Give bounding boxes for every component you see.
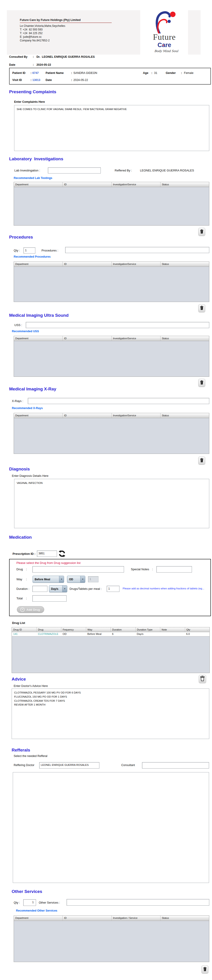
cell-qty: 6.0 <box>185 632 209 636</box>
consulted-by-colon: : <box>33 55 34 59</box>
drug-input[interactable] <box>32 566 124 573</box>
way-select-value: Before Meal <box>33 578 59 581</box>
section-title-uss: Medical Imaging Ultra Sound <box>9 313 69 318</box>
procedures-qty-input[interactable]: 1 <box>24 247 35 253</box>
col-id: ID <box>63 182 111 187</box>
reffered-by-value: LEONEL ENRIQUE GUERRA ROSALES <box>140 169 194 172</box>
cell-drug-id: 141 <box>12 632 37 636</box>
trash-icon <box>200 380 204 386</box>
col-note: Note <box>160 627 185 632</box>
complaints-label: Enter Complaints Here <box>14 100 45 103</box>
col-department: Department <box>14 916 63 921</box>
uss-input[interactable] <box>26 322 209 328</box>
diagnosis-label: Enter Diagnosis Details Here <box>12 474 48 477</box>
col-status: Status <box>161 336 209 341</box>
recommended-other-link[interactable]: Recommended Other Services <box>16 909 57 912</box>
advice-textarea[interactable]: CLOTRIMAZOL PESSARY 100 MG PV OD FOR 6 D… <box>11 689 209 739</box>
procedures-qty-label: Qty : <box>14 249 20 252</box>
other-table-body[interactable] <box>14 921 209 962</box>
gender-value: Female <box>184 72 194 75</box>
xray-delete-button[interactable] <box>198 457 205 465</box>
logo-heart-icon: ♥ <box>162 44 164 47</box>
uss-delete-button[interactable] <box>198 379 205 387</box>
other-qty-input[interactable]: 1 <box>23 899 36 906</box>
lab-table-header: Department ID Investigation/Service Stat… <box>14 182 209 187</box>
drug-table-row[interactable]: 141 CLOTRIMAZOLE OD Before Meal 6 Day/s … <box>12 632 209 636</box>
consultant-input[interactable] <box>142 762 209 768</box>
reffering-doctor-input[interactable]: LEONEL ENRIQUE GUERRA ROSALES <box>39 762 100 768</box>
per-meal-input[interactable]: 1 <box>107 586 119 592</box>
drug-label: Drug <box>16 568 23 571</box>
procedures-delete-button[interactable] <box>198 304 205 312</box>
company-name: Future Care by Future Holdings (Pty) Lim… <box>20 18 81 22</box>
frequency-select[interactable]: OD ▼ <box>67 576 85 583</box>
section-title-medication: Medication <box>9 535 32 540</box>
procedures-input[interactable] <box>65 247 209 253</box>
patient-date-value: 2024-05-22 <box>74 78 88 82</box>
visit-date-colon: : <box>33 63 34 67</box>
recommended-lab-link[interactable]: Recommended Lab Testings <box>14 177 52 180</box>
frequency-select-value: OD <box>67 578 80 581</box>
col-service: Investigation/Service <box>112 182 161 187</box>
col-service: Investigation/Service <box>112 262 161 266</box>
col-department: Department <box>14 182 63 187</box>
add-drug-button[interactable]: + Add Drug <box>17 606 44 613</box>
complaints-textarea[interactable]: SHE COMES TO CLINIC FOR VAGINAL SWAB RES… <box>14 105 209 151</box>
special-notes-input[interactable] <box>156 566 192 573</box>
duration-type-select[interactable]: Day/s ▼ <box>49 585 67 592</box>
col-department: Department <box>14 413 63 418</box>
refferal-hint-label: Select the needed Refferal <box>14 754 47 757</box>
recommended-procedures-link[interactable]: Recommended Procedures <box>14 255 51 258</box>
way-colon: : <box>26 578 27 581</box>
lab-delete-button[interactable] <box>198 228 205 236</box>
chevron-down-icon: ▼ <box>80 576 85 582</box>
duration-label: Duration : <box>16 587 29 590</box>
diagnosis-textarea[interactable]: VAGINAL INFECTION <box>14 479 209 528</box>
other-services-input[interactable] <box>67 899 209 906</box>
company-address: Le Chainter,Victoria,Mahe,Seychelles <box>20 24 65 28</box>
chevron-down-icon: ▼ <box>62 585 67 592</box>
trash-outline-icon <box>200 676 205 682</box>
consultation-report-page: Future Care by Future Holdings (Pty) Lim… <box>0 0 212 980</box>
recommended-xray-link[interactable]: Recommended X-Rays <box>12 407 43 410</box>
prescription-id-input[interactable]: 3851 <box>37 550 57 557</box>
lab-investigation-input[interactable] <box>48 167 101 173</box>
lab-table-body[interactable] <box>14 187 209 225</box>
recommended-uss-link[interactable]: Recommended USS <box>12 330 39 333</box>
visit-date-label: Date <box>9 63 15 67</box>
section-title-other-services: Other Services <box>11 889 42 894</box>
refresh-icon[interactable] <box>58 550 66 557</box>
other-services-table: Department ID Investigation / Service St… <box>14 915 209 962</box>
other-table-header: Department ID Investigation / Service St… <box>14 916 209 921</box>
lab-testings-table: Department ID Investigation/Service Stat… <box>14 182 209 226</box>
uss-table-body[interactable] <box>14 341 209 377</box>
trash-icon <box>200 458 204 463</box>
other-delete-button[interactable] <box>201 966 208 974</box>
procedures-table-body[interactable] <box>14 267 209 302</box>
col-duration: Duration <box>111 627 136 632</box>
prescription-id-label: Prescription ID : <box>13 552 35 555</box>
drug-list-body[interactable] <box>12 636 209 673</box>
plus-circle-icon: + <box>20 608 25 612</box>
section-title-xray: Medical Imaging X-Ray <box>9 387 56 391</box>
duration-input[interactable] <box>32 586 47 592</box>
way-label: Way <box>16 578 22 581</box>
advice-delete-button[interactable] <box>199 675 206 683</box>
patient-name-label: Patient Name <box>46 72 64 75</box>
refferal-list-box[interactable] <box>13 772 209 883</box>
xray-table-body[interactable] <box>14 418 209 453</box>
cell-note <box>160 632 185 636</box>
col-status: Status <box>161 182 209 187</box>
chevron-down-icon: ▼ <box>59 576 64 582</box>
decimal-note-text: Please add as decimal numbers when addin… <box>123 587 210 590</box>
company-phone1: T: +24 82 593 593 <box>20 28 43 31</box>
col-service: Investigation/Service <box>112 336 161 341</box>
total-input[interactable] <box>32 595 67 601</box>
way-select[interactable]: Before Meal ▼ <box>32 576 64 583</box>
col-id: ID <box>63 336 111 341</box>
other-services-label: Other Services : <box>39 901 60 904</box>
col-duration-type: Duration Type <box>136 627 161 632</box>
age-label: Age <box>143 72 148 75</box>
xray-input[interactable] <box>28 398 209 404</box>
total-colon: : <box>26 597 27 600</box>
